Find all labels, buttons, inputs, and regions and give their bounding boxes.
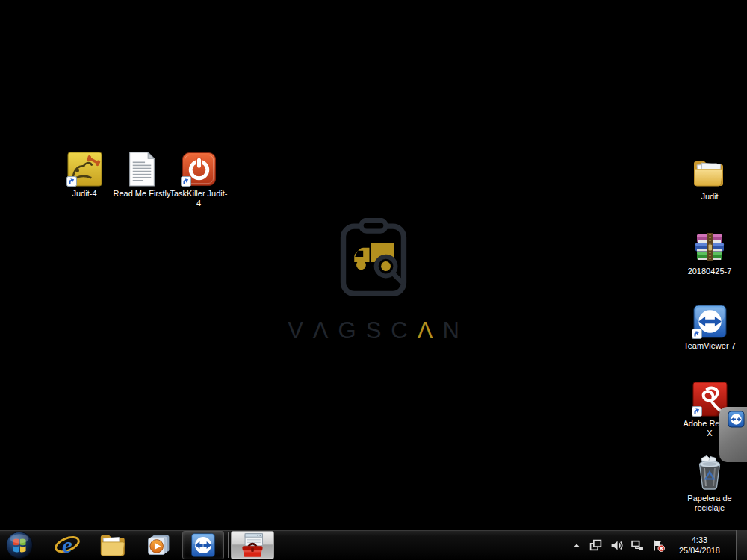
taskbar-button-diagnostic-toolbox[interactable] bbox=[231, 531, 274, 559]
desktop-icon-label: Judit-4 bbox=[55, 189, 114, 199]
speaker-icon bbox=[610, 539, 623, 552]
logo-letter-gold: Λ bbox=[418, 317, 443, 343]
volume-button[interactable] bbox=[610, 539, 623, 552]
desktop-icon-label: TeamViewer 7 bbox=[680, 341, 740, 351]
desktop-icon-judit-folder[interactable]: Judit bbox=[680, 154, 740, 202]
shortcut-arrow-icon bbox=[66, 176, 77, 187]
desktop-icon-taskkiller[interactable]: TaskKiller Judit-4 bbox=[169, 151, 229, 208]
logo-letter: S bbox=[366, 317, 391, 343]
clipboard-truck-magnifier-icon bbox=[339, 218, 408, 298]
logo-letter: Λ bbox=[313, 317, 338, 343]
clock-date: 25/04/2018 bbox=[679, 545, 720, 556]
desktop-icon-label: 20180425-7 bbox=[680, 267, 740, 276]
vagscan-logo: VΛGSCΛN bbox=[269, 218, 478, 344]
app-window-icon bbox=[589, 539, 602, 552]
folder-icon bbox=[692, 157, 728, 190]
teamviewer-icon bbox=[190, 532, 216, 558]
clock-time: 4:33 bbox=[679, 535, 720, 545]
desktop: VΛGSCΛN Judit- bbox=[0, 0, 747, 560]
folder-icon bbox=[99, 532, 128, 559]
logo-letter: V bbox=[288, 317, 313, 343]
logo-letter: N bbox=[442, 317, 468, 343]
tray-app-window-icon-button[interactable] bbox=[589, 539, 602, 552]
desktop-icon-judit-4[interactable]: Judit-4 bbox=[55, 151, 114, 199]
taskbar-clock[interactable]: 4:33 25/04/2018 bbox=[679, 535, 720, 556]
taskbar-button-media-player[interactable] bbox=[139, 530, 178, 560]
taskbar: e bbox=[0, 530, 747, 560]
desktop-icon-label: Read Me Firstly bbox=[112, 189, 172, 199]
svg-text:e: e bbox=[62, 532, 72, 558]
notification-flag-button[interactable] bbox=[652, 539, 665, 552]
text-file-icon bbox=[128, 152, 156, 187]
desktop-icon-teamviewer[interactable]: TeamViewer 7 bbox=[680, 303, 740, 351]
desktop-icon-label: TaskKiller Judit-4 bbox=[169, 189, 229, 208]
logo-letter: G bbox=[338, 317, 366, 343]
teamviewer-side-panel-tab[interactable] bbox=[719, 407, 747, 462]
windows-orb-icon bbox=[5, 531, 34, 559]
teamviewer-icon bbox=[728, 411, 745, 428]
network-icon bbox=[631, 539, 644, 552]
show-hidden-icons-button[interactable] bbox=[572, 541, 581, 550]
network-button[interactable] bbox=[631, 539, 644, 552]
desktop-icon-recycle-bin[interactable]: Papelera de reciclaje bbox=[680, 455, 740, 513]
logo-letter: C bbox=[391, 317, 417, 343]
desktop-icon-winrar-archive[interactable]: 20180425-7 bbox=[680, 228, 740, 276]
show-desktop-button[interactable] bbox=[736, 530, 747, 560]
ie-icon: e bbox=[53, 531, 81, 559]
media-player-icon bbox=[145, 532, 173, 559]
taskbar-button-teamviewer[interactable] bbox=[182, 531, 224, 559]
taskbar-button-windows-explorer[interactable] bbox=[94, 530, 133, 560]
desktop-icon-readme[interactable]: Read Me Firstly bbox=[112, 151, 172, 199]
desktop-icon-label: Judit bbox=[680, 192, 740, 202]
shortcut-arrow-icon bbox=[181, 176, 191, 187]
system-tray: 4:33 25/04/2018 bbox=[572, 530, 747, 560]
taskbar-divider bbox=[228, 532, 229, 558]
vagscan-wordmark: VΛGSCΛN bbox=[278, 317, 469, 344]
taskbar-button-internet-explorer[interactable]: e bbox=[48, 530, 87, 560]
shortcut-arrow-icon bbox=[692, 329, 702, 339]
start-button[interactable] bbox=[0, 530, 39, 560]
winrar-archive-icon bbox=[692, 230, 727, 264]
shortcut-arrow-icon bbox=[692, 406, 702, 417]
desktop-icon-label: Papelera de reciclaje bbox=[680, 494, 740, 513]
flag-error-icon bbox=[652, 539, 665, 552]
chevron-up-icon bbox=[572, 541, 581, 550]
red-toolbox-icon bbox=[239, 532, 266, 559]
